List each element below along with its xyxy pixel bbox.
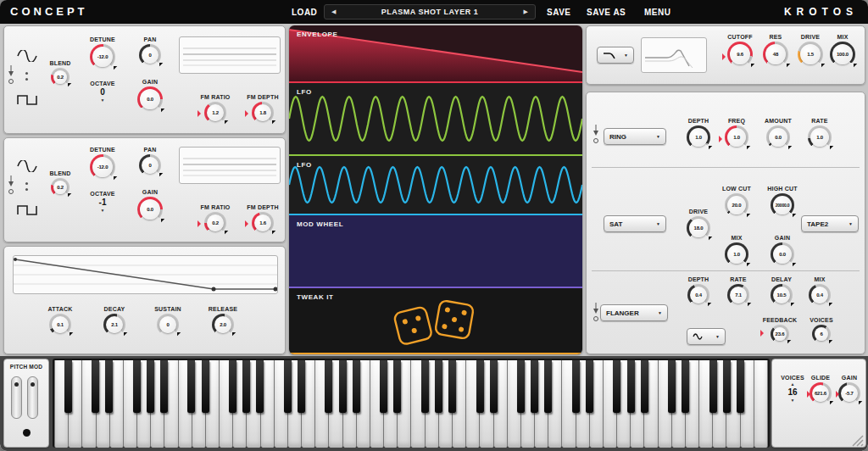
sine-wave-icon[interactable] [16, 50, 38, 62]
attack-knob[interactable]: 0.1 [49, 314, 71, 336]
sat-type-select[interactable]: TAPE2 ▼ [801, 215, 859, 232]
cutoff-knob[interactable]: 9.6 [727, 42, 753, 67]
sine-wave-icon[interactable] [16, 160, 38, 172]
save-button[interactable]: SAVE [547, 0, 571, 24]
release-knob[interactable]: 2.0 [212, 314, 234, 336]
fm-ratio-knob[interactable]: 1.2 [204, 102, 226, 124]
osc1-waveform-display[interactable] [179, 36, 281, 74]
feedback-knob[interactable]: 23.6 [771, 325, 789, 343]
black-key[interactable] [613, 360, 620, 413]
detune-knob[interactable]: -12.0 [90, 44, 115, 70]
menu-button[interactable]: MENU [644, 0, 670, 24]
black-key[interactable] [435, 360, 442, 413]
filter-display[interactable] [641, 37, 707, 73]
black-key[interactable] [92, 360, 99, 413]
dice-icon[interactable] [385, 296, 487, 348]
black-key[interactable] [490, 360, 498, 413]
delay-knob[interactable]: 10.5 [771, 284, 793, 306]
preset-name[interactable]: PLASMA SHOT LAYER 1 [381, 8, 478, 16]
black-key[interactable] [105, 360, 113, 413]
black-key[interactable] [229, 360, 236, 413]
flanger-mode-select[interactable]: FLANGER ▼ [600, 304, 668, 321]
octave-down-icon[interactable]: ▼ [101, 97, 105, 103]
black-key[interactable] [723, 360, 731, 413]
sat-mode-select[interactable]: SAT ▼ [604, 215, 666, 232]
pan-knob[interactable]: 0 [139, 44, 161, 66]
gain-knob[interactable]: 0.0 [137, 197, 163, 222]
black-key[interactable] [256, 360, 264, 413]
black-key[interactable] [339, 360, 347, 413]
black-key[interactable] [187, 360, 195, 413]
black-key[interactable] [544, 360, 552, 413]
fm-depth-knob[interactable]: 1.6 [252, 212, 274, 234]
save-as-button[interactable]: SAVE AS [587, 0, 626, 24]
mix-knob[interactable]: 0.4 [809, 284, 831, 306]
square-wave-icon[interactable] [16, 204, 38, 216]
mod-source-mod-wheel[interactable]: MOD WHEEL [289, 215, 582, 288]
flanger-wave-select[interactable]: ▼ [687, 328, 726, 345]
fm-depth-knob[interactable]: 1.8 [252, 102, 274, 124]
voices-down-icon[interactable]: ▼ [791, 398, 795, 403]
black-key[interactable] [147, 360, 154, 413]
mod-source-lfo1[interactable]: LFO [289, 83, 582, 156]
black-key[interactable] [572, 360, 580, 413]
white-key[interactable] [754, 360, 768, 448]
mod-wheel-control[interactable] [27, 376, 38, 419]
voices-up-icon[interactable]: ▲ [791, 381, 795, 387]
black-key[interactable] [586, 360, 593, 413]
blend-knob[interactable]: 0.2 [51, 68, 70, 86]
black-key[interactable] [298, 360, 305, 413]
black-key[interactable] [531, 360, 538, 413]
blend-knob[interactable]: 0.2 [51, 178, 70, 197]
depth-knob[interactable]: 0.4 [687, 284, 709, 306]
sustain-knob[interactable]: 0 [157, 314, 179, 336]
adsr-graph[interactable] [13, 255, 278, 294]
resize-handle[interactable] [849, 434, 865, 448]
amount-knob[interactable]: 0.0 [766, 125, 790, 149]
black-key[interactable] [668, 360, 676, 413]
freq-knob[interactable]: 1.0 [725, 125, 748, 149]
preset-next-icon[interactable]: ▶ [524, 8, 528, 15]
low-cut-knob[interactable]: 20.0 [725, 193, 748, 217]
decay-knob[interactable]: 2.1 [103, 314, 125, 336]
black-key[interactable] [380, 360, 387, 413]
rate-knob[interactable]: 7.1 [727, 284, 749, 306]
rate-knob[interactable]: 1.0 [808, 125, 832, 149]
mix-knob[interactable]: 100.0 [830, 42, 855, 67]
osc1-octave-control[interactable]: OCTAVE 0 ▼ [84, 81, 121, 103]
black-key[interactable] [64, 360, 72, 413]
black-key[interactable] [682, 360, 689, 413]
detune-knob[interactable]: -12.0 [90, 154, 115, 180]
voices-knob[interactable]: 6 [812, 325, 831, 343]
black-key[interactable] [448, 360, 456, 413]
mod-source-envelope[interactable]: ENVELOPE [289, 25, 582, 83]
black-key[interactable] [737, 360, 744, 413]
black-key[interactable] [393, 360, 401, 413]
high-cut-knob[interactable]: 20000.0 [771, 193, 794, 217]
black-key[interactable] [202, 360, 209, 413]
black-key[interactable] [353, 360, 360, 413]
black-key[interactable] [325, 360, 332, 413]
osc2-waveform-display[interactable] [179, 147, 281, 184]
pan-knob[interactable]: 0 [139, 154, 161, 176]
black-key[interactable] [517, 360, 525, 413]
octave-down-icon[interactable]: ▼ [101, 208, 105, 213]
mod-source-lfo2[interactable]: LFO [289, 156, 582, 215]
black-key[interactable] [709, 360, 717, 413]
black-key[interactable] [242, 360, 250, 413]
depth-knob[interactable]: 1.0 [687, 125, 710, 149]
ring-mode-select[interactable]: RING ▼ [604, 128, 666, 145]
gain-knob[interactable]: 0.0 [771, 242, 794, 266]
res-knob[interactable]: 48 [763, 42, 788, 67]
drive-knob[interactable]: 1.5 [798, 42, 823, 67]
mix-knob[interactable]: 1.0 [725, 242, 748, 266]
black-key[interactable] [160, 360, 168, 413]
filter-type-select[interactable]: ▼ [597, 47, 634, 64]
preset-prev-icon[interactable]: ◀ [331, 8, 336, 15]
black-key[interactable] [284, 360, 292, 413]
black-key[interactable] [476, 360, 484, 413]
black-key[interactable] [421, 360, 429, 413]
pitch-wheel[interactable] [11, 376, 22, 419]
square-wave-icon[interactable] [16, 94, 38, 106]
load-button[interactable]: LOAD [292, 0, 317, 24]
